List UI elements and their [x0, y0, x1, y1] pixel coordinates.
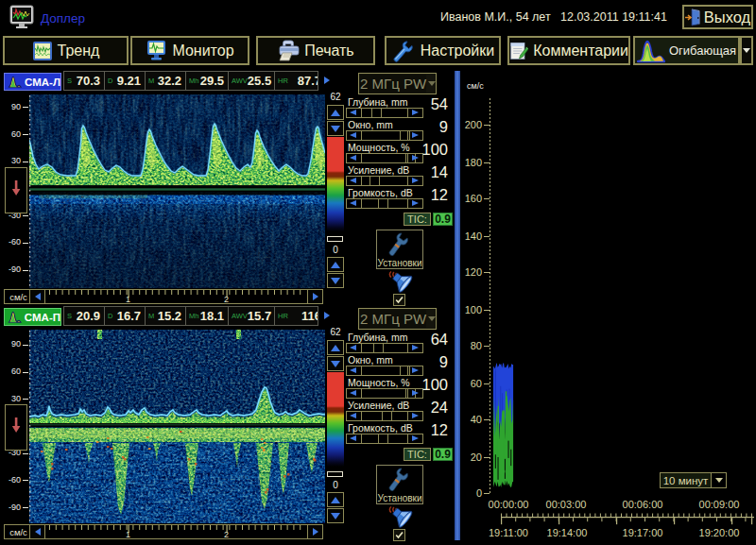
svg-text:2: 2	[224, 295, 229, 303]
svg-text:2: 2	[224, 530, 229, 538]
svg-text:1: 1	[126, 530, 130, 538]
svg-text:1: 1	[126, 295, 130, 303]
